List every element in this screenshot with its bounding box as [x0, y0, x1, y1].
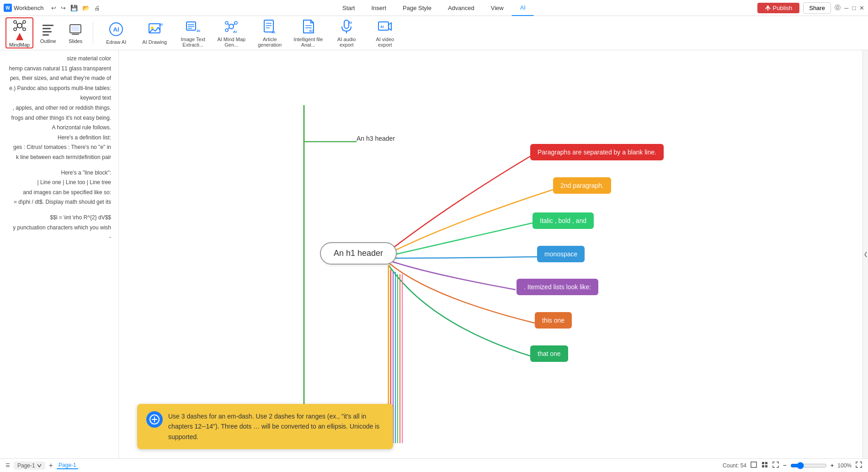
svg-line-34: [228, 24, 229, 25]
edraw-ai-icon: AI: [108, 21, 124, 37]
node-monospace[interactable]: monospace: [537, 246, 585, 262]
redo-button[interactable]: ↪: [59, 4, 68, 12]
publish-button[interactable]: Publish: [757, 3, 800, 13]
zoom-in-button[interactable]: +: [831, 462, 834, 469]
save-button[interactable]: 💾: [69, 4, 80, 12]
document-text: size material color hemp canvas natural …: [0, 50, 118, 246]
nav-controls: ↩ ↪ 💾 📂 🖨: [49, 4, 102, 12]
doc-line-8: A horizontal rule follows.: [5, 123, 113, 133]
svg-point-31: [225, 21, 228, 24]
menu-start[interactable]: Start: [334, 0, 363, 16]
svg-rect-64: [762, 462, 764, 464]
svg-line-36: [234, 24, 234, 25]
doc-line-6: , apples, and other red or reddish thing…: [5, 103, 113, 113]
menu-view[interactable]: View: [483, 0, 512, 16]
svg-text:AI: AI: [113, 26, 119, 33]
svg-text:AI: AI: [272, 30, 275, 34]
node-that-one[interactable]: that one: [530, 345, 568, 362]
maximize-button[interactable]: □: [852, 5, 856, 11]
svg-rect-67: [765, 465, 767, 467]
svg-rect-15: [43, 31, 52, 32]
chevron-left-icon: [864, 251, 868, 258]
svg-text:AI: AI: [233, 30, 237, 34]
outline-tool-button[interactable]: Outline: [35, 17, 61, 48]
doc-line-5: keyword text: [5, 93, 113, 103]
undo-button[interactable]: ↩: [49, 4, 58, 12]
doc-line-11: k line between each term/definition pair: [5, 153, 113, 163]
open-button[interactable]: 📂: [80, 4, 91, 12]
svg-text:AI: AI: [348, 21, 352, 25]
svg-point-3: [17, 23, 22, 28]
ai-mindmap-button[interactable]: AI AI Mind Map Gen...: [213, 17, 250, 48]
doc-line-15: = d\phi / dt$. Display math should get i…: [5, 197, 113, 207]
ai-drawing-button[interactable]: AI AI Drawing: [136, 17, 173, 48]
zoom-fit-button[interactable]: [772, 461, 779, 470]
svg-text:AI: AI: [197, 29, 200, 33]
print-button[interactable]: 🖨: [92, 4, 102, 12]
toolbar: MindMap Outline Slides AI Edraw AI AI AI…: [0, 16, 868, 50]
svg-point-7: [23, 28, 26, 31]
fit-page-button[interactable]: [750, 461, 757, 470]
menu-page-style[interactable]: Page Style: [394, 0, 440, 16]
right-collapse-handle[interactable]: [863, 50, 868, 458]
svg-text:AI: AI: [380, 25, 384, 29]
toolbar-divider-1: [93, 22, 93, 44]
svg-line-9: [16, 27, 17, 28]
doc-line-7: frogs and other things it's not easy bei…: [5, 113, 113, 123]
svg-rect-18: [71, 26, 80, 32]
intelligent-file-icon: AI: [300, 18, 316, 35]
page-tab[interactable]: Page-1: [57, 462, 78, 469]
ai-audio-icon: AI: [338, 18, 355, 35]
svg-rect-13: [43, 25, 53, 26]
menu-ai[interactable]: AI: [512, 0, 534, 16]
slides-tool-button[interactable]: Slides: [63, 17, 88, 48]
sidebar-toggle[interactable]: ☰: [5, 462, 10, 468]
doc-line-17: y punctuation characters which you wish: [5, 223, 113, 233]
zoom-slider[interactable]: [790, 462, 827, 469]
image-text-button[interactable]: AI Image Text Extracti...: [175, 17, 211, 48]
mindmap-tool-button[interactable]: MindMap: [5, 17, 33, 48]
node-2nd-paragraph[interactable]: 2nd paragraph.: [553, 177, 611, 194]
titlebar: W Workbench ↩ ↪ 💾 📂 🖨 Start Insert Page …: [0, 0, 868, 16]
doc-line-4: e.) Pandoc also supports multi-line tabl…: [5, 84, 113, 94]
svg-point-4: [14, 21, 16, 23]
intelligent-file-button[interactable]: AI Intelligent file Anal...: [290, 17, 326, 48]
svg-line-35: [228, 28, 229, 29]
chevron-down-icon: [37, 464, 42, 467]
share-button[interactable]: Share: [803, 2, 831, 14]
node-paragraphs[interactable]: Paragraphs are separated by a blank line…: [530, 144, 664, 160]
article-gen-button[interactable]: AI Article generation: [251, 17, 288, 48]
page-selector[interactable]: Page-1: [14, 461, 45, 470]
center-node[interactable]: An h1 header: [320, 242, 397, 265]
svg-rect-25: [186, 22, 196, 30]
svg-rect-16: [43, 34, 49, 36]
zoom-out-button[interactable]: −: [783, 462, 787, 469]
status-right: Count: 54 − + 100%: [723, 461, 863, 470]
minimize-button[interactable]: ─: [844, 5, 848, 11]
view-toggle-button[interactable]: [761, 461, 768, 470]
fullscreen-icon: [855, 461, 863, 468]
app-title-text: Workbench: [14, 5, 44, 11]
svg-marker-12: [16, 33, 23, 40]
doc-line-1: size material color: [5, 54, 113, 64]
node-itemized-lists[interactable]: . Itemized lists look like:: [517, 279, 598, 295]
node-this-one[interactable]: this one: [535, 312, 572, 329]
node-italic-bold[interactable]: Italic , bold , and: [533, 212, 594, 229]
fullscreen-button[interactable]: [855, 461, 863, 470]
menu-advanced[interactable]: Advanced: [440, 0, 483, 16]
mindmap-arrow: [13, 33, 27, 40]
ai-video-button[interactable]: AI AI video export: [367, 17, 403, 48]
mindmap-icon: [12, 18, 27, 33]
view-icon: [761, 461, 768, 468]
fit-page-icon: [750, 461, 757, 468]
ai-audio-button[interactable]: AI AI audio export: [328, 17, 365, 48]
publish-icon: [765, 5, 771, 11]
add-page-button[interactable]: +: [49, 461, 53, 470]
edraw-ai-button[interactable]: AI Edraw AI: [98, 17, 134, 48]
close-button[interactable]: ✕: [859, 5, 864, 11]
canvas-area[interactable]: An h3 header An h1 header Paragraphs are…: [119, 50, 863, 458]
help-button[interactable]: ⓪: [835, 4, 841, 12]
menu-insert[interactable]: Insert: [363, 0, 395, 16]
count-label: Count: 54: [723, 462, 746, 469]
svg-point-5: [14, 28, 16, 31]
